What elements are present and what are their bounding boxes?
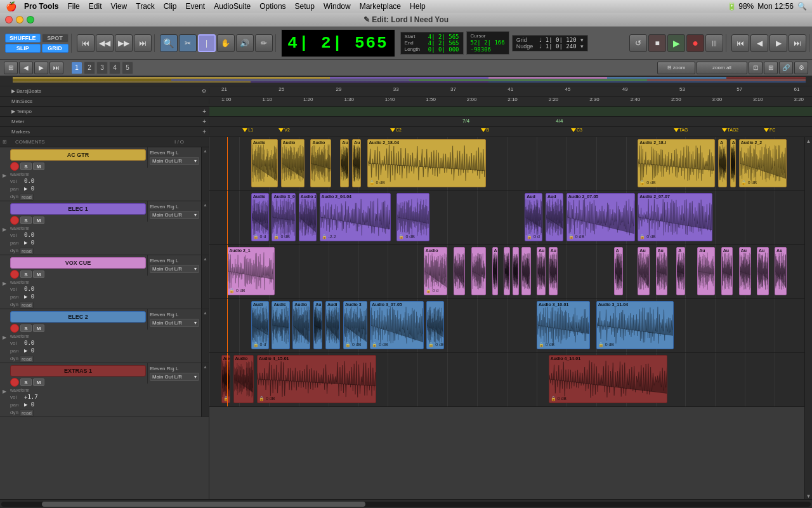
- track-rec-0[interactable]: [10, 162, 19, 171]
- nudge-arrow-icon[interactable]: ▾: [580, 43, 584, 50]
- clip-0-2[interactable]: Audio: [310, 139, 331, 187]
- track-mute-1[interactable]: M: [33, 217, 44, 224]
- selector-tool[interactable]: |: [198, 34, 216, 52]
- clip-1-1[interactable]: Audio 3_03-01🔒 0 dB: [272, 193, 296, 241]
- track-name-3[interactable]: ELEC 2: [10, 311, 146, 323]
- zoom-tool[interactable]: 🔍: [160, 34, 178, 52]
- menu-audiosuite[interactable]: AudioSuite: [210, 1, 254, 11]
- track-mute-0[interactable]: M: [33, 163, 44, 170]
- mix-btn[interactable]: ⊟ zoom: [657, 62, 695, 74]
- clip-1-7[interactable]: Audio 2_07-05🔒 0 dB: [566, 193, 635, 241]
- zoom-vertical-btn[interactable]: ▲: [806, 138, 811, 144]
- clip-3-1[interactable]: Audic: [272, 301, 289, 349]
- clip-2-17[interactable]: Au: [757, 247, 769, 295]
- clip-3-8[interactable]: Audio 3_10-01🔒 0 dB: [537, 301, 590, 349]
- track-expand-4[interactable]: ▶: [0, 363, 9, 417]
- meter-ruler-content[interactable]: 7/44/4: [209, 117, 812, 126]
- end-btn[interactable]: ⏭: [789, 34, 806, 52]
- clip-0-8[interactable]: A: [730, 139, 736, 187]
- clip-3-4[interactable]: Audi: [325, 301, 340, 349]
- clip-3-0[interactable]: Audi🔒 0 d: [251, 301, 269, 349]
- clip-0-5[interactable]: Audio 2_18-04🔒 0 dB: [367, 139, 487, 187]
- clip-1-3[interactable]: Audio 2_04-04🔒 -2.2: [320, 193, 391, 241]
- track-mute-4[interactable]: M: [33, 378, 44, 386]
- track-rec-3[interactable]: [10, 324, 19, 333]
- menu-event[interactable]: Event: [182, 1, 209, 11]
- clip-0-6[interactable]: Audio 2_18-t🔒 0 dB: [638, 139, 715, 187]
- clip-4-2[interactable]: Audio 4_15-01🔒 0 dB: [257, 355, 376, 403]
- clip-3-3[interactable]: Au: [313, 301, 322, 349]
- clip-2-12[interactable]: Au: [656, 247, 668, 295]
- marker-TAG2[interactable]: TAG2: [722, 128, 739, 132]
- clip-2-18[interactable]: Au: [775, 247, 787, 295]
- pencil-tool[interactable]: ✏: [255, 34, 273, 52]
- menu-options[interactable]: Options: [256, 1, 289, 11]
- marker-B[interactable]: B: [481, 128, 490, 132]
- clip-1-4[interactable]: 🔒 0 dB: [396, 193, 429, 241]
- close-button[interactable]: [5, 16, 13, 23]
- back-btn[interactable]: ⏮: [731, 34, 749, 52]
- clip-1-2[interactable]: Audio 2_0: [299, 193, 317, 241]
- app-name[interactable]: Pro Tools: [20, 1, 62, 11]
- markers-add-icon[interactable]: +: [202, 128, 206, 135]
- clip-2-4[interactable]: Aud: [492, 247, 498, 295]
- clip-2-11[interactable]: Au: [638, 247, 650, 295]
- track-name-4[interactable]: EXTRAS 1: [10, 365, 146, 377]
- maximize-button[interactable]: [27, 16, 34, 23]
- clip-row-elec-2[interactable]: Audi🔒 0 dAudicAudioAuAudiAudio 3🔒 0 dBAu…: [209, 299, 804, 353]
- track-collapse-1[interactable]: ▲: [203, 203, 207, 207]
- beats-ruler-content[interactable]: 2125293337414549535761: [209, 86, 812, 96]
- marker-FC[interactable]: FC: [764, 128, 775, 132]
- clip-4-0[interactable]: Auc🔒 0 d: [221, 355, 230, 403]
- beats-expand-icon[interactable]: ▶: [11, 88, 15, 94]
- clip-0-1[interactable]: Audio: [281, 139, 305, 187]
- clip-row-extras-1[interactable]: Auc🔒 0 dAudioAudio 4_15-01🔒 0 dBAudio 4_…: [209, 353, 804, 407]
- nav-back-btn[interactable]: ◀: [19, 62, 33, 74]
- zoom-level-2[interactable]: 2: [84, 62, 95, 74]
- track-mute-3[interactable]: M: [33, 324, 44, 332]
- collapse-btn[interactable]: ⊡: [749, 62, 763, 74]
- beats-options-icon[interactable]: ⚙: [202, 88, 206, 94]
- clip-2-1[interactable]: Audio🔒 0 d: [424, 247, 448, 295]
- clip-1-8[interactable]: Audio 2_07-07🔒 0 dB: [638, 193, 712, 241]
- track-height-btn[interactable]: ⊞: [4, 62, 18, 74]
- nav-fwd-btn[interactable]: ▶: [34, 62, 48, 74]
- menu-track[interactable]: Track: [132, 1, 159, 11]
- menu-setup[interactable]: Setup: [291, 1, 318, 11]
- grabber-tool[interactable]: ✋: [217, 34, 235, 52]
- menu-file[interactable]: File: [63, 1, 83, 11]
- apple-menu[interactable]: 🍎: [5, 1, 16, 12]
- clip-row-elec-1[interactable]: Audio🔒 0 dAudio 3_03-01🔒 0 dBAudio 2_0Au…: [209, 191, 804, 245]
- markers-ruler-content[interactable]: L1V2C2BC3TAGTAG2FC: [209, 127, 812, 137]
- fast-forward-btn[interactable]: ▶▶: [115, 34, 133, 52]
- zoom-level-4[interactable]: 4: [109, 62, 121, 74]
- zoom-level-1[interactable]: 1: [71, 62, 82, 74]
- track-name-2[interactable]: VOX CUE: [10, 257, 146, 269]
- track-collapse-0[interactable]: ▲: [203, 149, 207, 153]
- track-solo-1[interactable]: S: [20, 217, 32, 224]
- clip-2-5[interactable]: [504, 247, 509, 295]
- track-rec-4[interactable]: [10, 378, 19, 387]
- clip-2-14[interactable]: Au: [697, 247, 715, 295]
- clip-1-6[interactable]: Aud: [546, 193, 563, 241]
- search-icon[interactable]: 🔍: [797, 2, 807, 11]
- expand-btn[interactable]: ⊞: [764, 62, 778, 74]
- track-expand-3[interactable]: ▶: [0, 309, 9, 363]
- minimize-button[interactable]: [16, 16, 23, 23]
- clip-0-0[interactable]: Audio: [251, 139, 278, 187]
- track-read-3[interactable]: read: [20, 356, 34, 363]
- clip-2-16[interactable]: Au: [739, 247, 751, 295]
- track-read-2[interactable]: read: [20, 302, 34, 309]
- clip-2-2[interactable]: [454, 247, 466, 295]
- marker-C3[interactable]: C3: [571, 128, 582, 132]
- horizontal-scrollbar[interactable]: [0, 499, 812, 508]
- menu-window[interactable]: Window: [320, 1, 355, 11]
- track-rec-1[interactable]: [10, 216, 19, 225]
- scrubber-tool[interactable]: 🔊: [236, 34, 254, 52]
- clip-2-8[interactable]: Au: [537, 247, 546, 295]
- clip-1-0[interactable]: Audio🔒 0 d: [251, 193, 269, 241]
- clip-2-10[interactable]: A: [614, 247, 623, 295]
- track-name-0[interactable]: AC GTR: [10, 149, 146, 161]
- track-expand-1[interactable]: ▶: [0, 201, 9, 255]
- grid-btn[interactable]: GRID: [42, 44, 69, 53]
